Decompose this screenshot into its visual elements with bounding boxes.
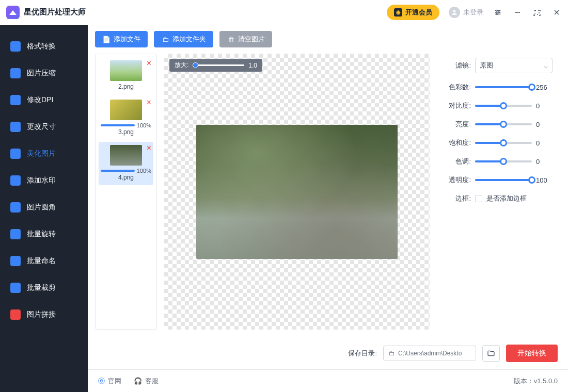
border-checkbox[interactable] [475,195,482,202]
slider-value: 100 [536,176,553,184]
nav-icon [10,229,21,239]
progress-value: 100% [137,168,151,174]
file-item[interactable]: ×2.png [99,57,153,94]
app-logo-title: 星优图片处理大师 [6,6,86,19]
save-path-input[interactable]: 🗀 C:\Users\admin\Deskto [383,346,476,361]
nav-icon [10,122,21,132]
file-item[interactable]: ×100%4.png [99,142,153,185]
sidebar-item-4[interactable]: 美化图片 [0,141,88,166]
slider-value: 0 [536,121,553,128]
sidebar-item-2[interactable]: 修改DPI [0,88,88,112]
progress-bar [101,170,135,172]
settings-icon[interactable] [493,7,503,18]
minimize-button[interactable] [512,7,523,18]
folder-icon: 🗀 [389,350,395,357]
thumbnail [110,100,142,120]
sidebar-item-9[interactable]: 批量裁剪 [0,275,88,300]
trash-icon: 🗑 [227,35,235,43]
file-icon: 📄 [102,35,111,43]
nav-label: 美化图片 [27,149,56,158]
folder-icon: 🗀 [161,35,169,43]
preview-image [196,125,398,259]
nav-label: 添加水印 [27,176,56,185]
user-status[interactable]: 未登录 [449,7,483,18]
avatar-icon [449,7,460,18]
thumbnail [110,60,142,81]
slider-label: 透明度: [441,175,471,185]
nav-label: 图片拼接 [27,310,56,319]
maximize-button[interactable] [532,7,542,18]
border-checkbox-label: 是否添加边框 [486,194,527,203]
delete-icon[interactable]: × [147,99,151,107]
canvas-area[interactable]: 放大: 1.0 [164,54,430,330]
nav-icon [10,68,21,78]
app-logo-icon [6,6,20,19]
controls-panel: 滤镜: 原图 ⌵ 色彩数:256对比度:0亮度:0饱和度:0色调:0透明度:10… [437,54,561,330]
add-file-button[interactable]: 📄添加文件 [95,31,148,47]
filter-label: 滤镜: [441,61,471,70]
svg-point-6 [496,13,498,15]
slider-4[interactable] [475,160,532,162]
zoom-label: 放大: [175,61,188,70]
footer: ⓔ官网 🎧客服 版本：v1.5.0.0 [88,369,568,392]
progress-value: 100% [137,122,151,128]
slider-label: 色彩数: [441,83,471,92]
slider-value: 256 [536,84,553,91]
toolbar: 📄添加文件 🗀添加文件夹 🗑清空图片 [88,25,568,54]
nav-icon [10,149,21,159]
nav-label: 批量旋转 [27,230,56,239]
nav-icon [10,283,21,293]
slider-label: 亮度: [441,120,471,129]
slider-1[interactable] [475,105,532,107]
border-label: 边框: [441,194,471,203]
file-name: 2.png [101,83,151,90]
progress-bar [101,124,135,126]
zoom-slider[interactable] [193,64,244,66]
filter-select[interactable]: 原图 ⌵ [475,58,553,73]
version-text: 版本：v1.5.0.0 [514,377,558,386]
zoom-control[interactable]: 放大: 1.0 [169,59,262,72]
sidebar-item-1[interactable]: 图片压缩 [0,61,88,86]
sidebar-item-8[interactable]: 批量命名 [0,249,88,273]
slider-2[interactable] [475,123,532,125]
sidebar-item-3[interactable]: 更改尺寸 [0,115,88,139]
sidebar: 格式转换图片压缩修改DPI更改尺寸美化图片添加水印图片圆角批量旋转批量命名批量裁… [0,25,88,392]
slider-value: 0 [536,102,553,110]
slider-3[interactable] [475,142,532,144]
slider-label: 色调: [441,157,471,166]
nav-label: 批量命名 [27,256,56,266]
delete-icon[interactable]: × [147,144,151,152]
slider-5[interactable] [475,179,532,181]
file-name: 3.png [101,128,151,136]
delete-icon[interactable]: × [147,59,151,68]
nav-icon [10,175,21,186]
clear-button[interactable]: 🗑清空图片 [219,31,272,47]
svg-rect-8 [535,10,539,14]
sidebar-item-10[interactable]: 图片拼接 [0,302,88,327]
nav-label: 更改尺寸 [27,122,56,132]
vip-button[interactable]: ◉ 开通会员 [387,5,439,20]
nav-icon [10,202,21,213]
app-title: 星优图片处理大师 [24,7,86,17]
browse-folder-button[interactable] [482,345,500,362]
nav-icon [10,41,21,52]
close-button[interactable] [551,7,562,18]
slider-0[interactable] [475,86,532,88]
nav-label: 批量裁剪 [27,283,56,292]
add-folder-button[interactable]: 🗀添加文件夹 [154,31,213,47]
slider-label: 饱和度: [441,138,471,148]
slider-label: 对比度: [441,101,471,110]
convert-button[interactable]: 开始转换 [506,345,558,362]
nav-icon [10,95,21,105]
support-link[interactable]: 🎧客服 [134,377,159,386]
website-link[interactable]: ⓔ官网 [98,377,121,386]
vip-label: 开通会员 [405,8,432,17]
sidebar-item-7[interactable]: 批量旋转 [0,222,88,247]
sidebar-item-5[interactable]: 添加水印 [0,168,88,193]
sidebar-item-0[interactable]: 格式转换 [0,34,88,59]
slider-value: 0 [536,158,553,166]
sidebar-item-6[interactable]: 图片圆角 [0,195,88,220]
thumbnail [110,145,142,166]
nav-icon [10,256,21,266]
file-item[interactable]: ×100%3.png [99,96,153,140]
